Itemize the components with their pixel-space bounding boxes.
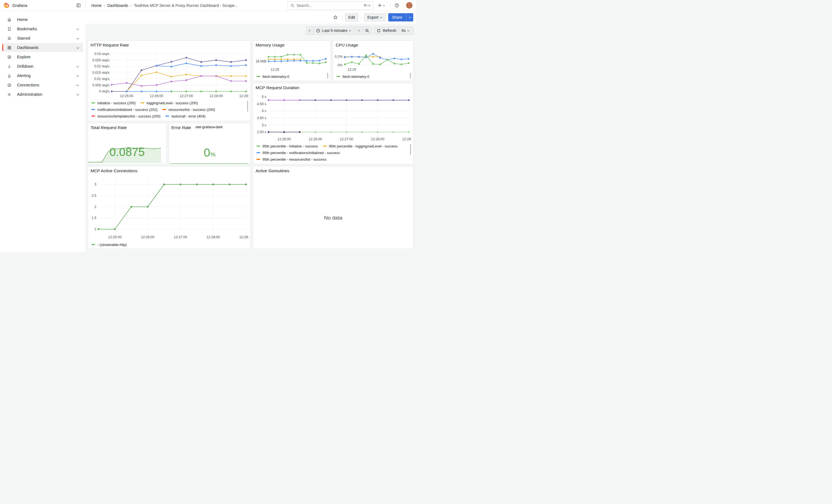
panel-title[interactable]: MCP Request Duration [256,85,300,90]
grid-icon [7,45,11,50]
share-split-button: Share [388,13,413,22]
top-nav: Grafana Home › Dashboards › ToolHive MCP… [0,0,416,11]
sidebar-item-label: Dashboards [17,45,77,50]
plug-icon [7,83,11,87]
legend-item[interactable]: logging/setLevel - success (200) [140,101,198,105]
legend-swatch [256,76,260,77]
svg-text:12:28:00: 12:28:00 [207,235,220,239]
svg-text:12:25:00: 12:25:00 [108,235,122,239]
legend-item[interactable]: initialize - success (200) [92,101,136,105]
breadcrumb-separator: › [104,3,105,8]
svg-text:0 req/s: 0 req/s [99,89,109,93]
sidebar-item-label: Home [17,17,80,22]
favorite-star-icon[interactable] [332,14,339,21]
drag-overlay-label: otel-grafana-dark [196,125,223,129]
legend-item[interactable]: notifications/initialized - success (202… [92,108,157,112]
panel-title[interactable]: MCP Active Connections [90,168,137,173]
panel-title[interactable]: CPU Usage [336,43,358,48]
legend-scrollbar[interactable] [327,73,328,79]
time-controls: Last 5 minutes Refresh [306,26,414,35]
dashboard-toolbar: Edit Export Share [85,11,416,24]
sidebar-item-drilldown[interactable]: Drilldown [2,62,83,71]
time-range-picker[interactable]: Last 5 minutes [314,26,355,35]
svg-text:12:27:00: 12:27:00 [180,94,193,98]
svg-text:12:28:00: 12:28:00 [209,94,223,98]
memory-legend: fetch-telemetry-0 [256,73,326,80]
breadcrumb-dashboards[interactable]: Dashboards [107,3,128,8]
legend-item[interactable]: tools/call - error (404) [165,114,206,118]
sidebar-item-connections[interactable]: Connections [2,80,83,89]
brand-name: Grafana [12,3,27,8]
share-button[interactable]: Share [388,13,406,22]
panel-memory-usage: Memory Usage 12:2516 MiB fetch-telemetry… [253,41,331,81]
legend-item[interactable]: fetch-telemetry-0 [256,75,289,79]
legend-item[interactable]: 95th percentile - initialize - success [256,144,318,148]
legend-scrollbar[interactable] [410,144,411,155]
time-back-button[interactable] [306,26,314,35]
error-rate-value: 0% [169,147,250,161]
svg-text:5 s: 5 s [262,95,266,99]
sidebar-item-label: Connections [17,83,77,87]
sidebar-item-label: Drilldown [17,64,77,69]
time-forward-button[interactable] [355,26,363,35]
sidebar-item-administration[interactable]: Administration [2,90,83,99]
sidebar-item-explore[interactable]: Explore [2,52,83,61]
svg-text:3: 3 [94,182,96,186]
legend-item[interactable]: fetch-telemetry-0 [337,75,369,79]
export-button[interactable]: Export [364,13,385,22]
legend-item[interactable]: resources/templates/list - success (200) [92,114,160,118]
zoom-out-icon[interactable] [363,26,372,35]
chevron-down-icon [77,46,79,49]
sidebar-item-dashboards[interactable]: Dashboards [2,43,83,52]
cpu-legend: fetch-telemetry-0 [337,73,409,80]
sidebar-item-label: Starred [17,36,77,41]
sidebar-item-alerting[interactable]: Alerting [2,71,83,80]
panel-title[interactable]: Active Goroutines [256,168,289,173]
edit-button[interactable]: Edit [345,13,358,22]
breadcrumb-current-dashboard: ToolHive MCP Server & Proxy Runner Dashb… [134,3,238,8]
legend-swatch [337,76,340,77]
svg-text:1: 1 [94,227,96,231]
panel-title[interactable]: Total Request Rate [90,125,127,130]
panel-title[interactable]: HTTP Request Rate [90,43,129,48]
panel-http-request-rate: HTTP Request Rate 12:25:0012:26:0012:27:… [88,41,251,121]
legend-swatch [92,109,95,110]
sidebar-toggle-icon[interactable] [75,2,82,9]
search-input[interactable]: Search... ⌘+k [287,1,374,10]
legend-item[interactable]: resources/list - success (200) [162,108,215,112]
grafana-logo[interactable] [3,2,10,8]
legend-swatch [92,115,95,117]
panel-title[interactable]: Error Rate [172,125,191,130]
panel-mcp-active-connections: MCP Active Connections 12:25:0012:26:001… [88,166,251,249]
legend-scrollbar[interactable] [410,73,411,79]
add-new-button[interactable] [376,2,388,9]
legend-item[interactable]: 95th percentile - notifications/initiali… [256,151,340,155]
svg-text:4 s: 4 s [262,109,266,113]
legend-item[interactable]: - (streamable-http) [92,243,127,247]
svg-text:12:25:00: 12:25:00 [120,94,133,98]
legend-scrollbar[interactable] [247,101,248,112]
user-avatar[interactable] [406,2,413,9]
svg-text:0.025 req/s: 0.025 req/s [92,58,109,62]
legend-item[interactable]: 95th percentile - logging/setLevel - suc… [323,144,397,148]
help-icon[interactable] [393,2,400,9]
panel-title[interactable]: Memory Usage [256,43,285,48]
svg-text:0.015 req/s: 0.015 req/s [92,71,109,75]
legend-swatch [92,102,95,103]
svg-text:3 s: 3 s [262,123,266,127]
sidebar-item-home[interactable]: Home [2,15,83,24]
share-menu-caret[interactable] [406,13,413,22]
refresh-button[interactable]: Refresh [374,26,399,35]
breadcrumb-home[interactable]: Home [92,3,102,8]
sidebar-item-starred[interactable]: Starred [2,33,83,43]
sidebar-item-label: Bookmarks [17,27,77,31]
panel-active-goroutines: Active Goroutines No data [253,166,414,249]
legend-item[interactable]: 95th percentile - resources/list - succe… [256,157,326,161]
refresh-interval-picker[interactable]: 5s [399,26,414,35]
chevron-down-icon [380,16,382,18]
panel-total-request-rate: Total Request Rate 0.0875 [88,123,166,164]
legend-swatch [165,115,169,117]
no-data-message: No data [253,215,413,221]
legend-swatch [92,244,95,245]
sidebar-item-bookmarks[interactable]: Bookmarks [2,24,83,33]
